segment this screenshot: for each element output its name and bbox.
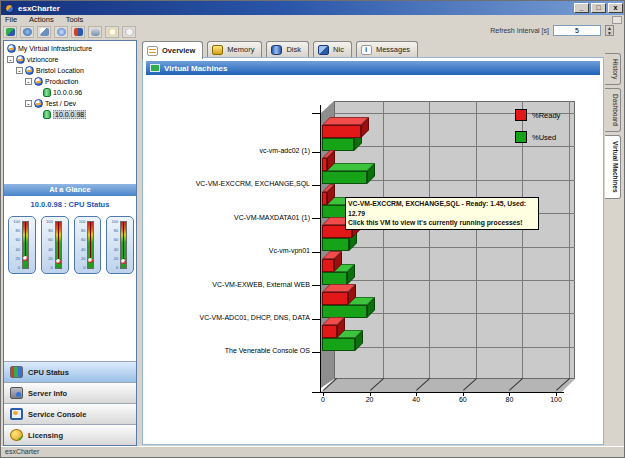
node-icon <box>34 99 43 108</box>
collapse-icon[interactable]: - <box>7 56 14 63</box>
gauge-tube <box>22 221 29 269</box>
gridline-h <box>334 347 575 348</box>
minimize-button[interactable]: _ <box>574 3 589 13</box>
tree-item-vizioncore[interactable]: - vizioncore <box>4 54 136 65</box>
collapse-icon[interactable]: - <box>25 100 32 107</box>
collapse-icon[interactable]: - <box>25 78 32 85</box>
node-icon <box>34 77 43 86</box>
y-axis <box>320 105 321 392</box>
x-tick-label: 80 <box>499 396 519 403</box>
category-label: VC-VM-ADC01, DHCP, DNS, DATA <box>161 314 310 321</box>
overview-icon <box>147 46 158 56</box>
chart-floor <box>321 379 575 392</box>
gauge-marker <box>56 259 61 264</box>
y-tick <box>312 352 320 353</box>
messages-icon <box>361 45 372 55</box>
close-button[interactable]: x <box>608 3 623 13</box>
cpu-gauge-2: 100806040200 <box>41 216 69 274</box>
tree-item-test-dev[interactable]: - Test / Dev <box>4 98 136 109</box>
host-icon <box>43 110 51 119</box>
infrastructure-icon <box>7 44 16 53</box>
edit-icon[interactable] <box>37 26 51 38</box>
y-tick <box>312 285 320 286</box>
gauge-marker <box>88 258 93 263</box>
gauge-tube <box>55 221 62 269</box>
menu-grip <box>612 16 622 24</box>
tree-item-bristol-location[interactable]: - Bristol Location <box>4 65 136 76</box>
host-icon <box>43 88 51 97</box>
y-tick <box>312 252 320 253</box>
web-icon[interactable] <box>54 26 68 38</box>
gridline-h <box>334 280 575 281</box>
licensing-icon <box>10 429 23 441</box>
tree-item-host-10-0-0-96[interactable]: 10.0.0.96 <box>4 87 136 98</box>
tree-item-production[interactable]: - Production <box>4 76 136 87</box>
refresh-icon[interactable] <box>20 26 34 38</box>
category-label: vc-vm-adc02 (1) <box>161 147 310 154</box>
chart-icon[interactable] <box>71 26 85 38</box>
infrastructure-tree: My Virtual Infrastructure - vizioncore -… <box>4 41 136 183</box>
virtual-machines-header: Virtual Machines <box>146 61 600 75</box>
nic-icon <box>318 45 329 55</box>
gridline-v <box>429 101 430 379</box>
server-info-button[interactable]: Server Info <box>4 382 136 403</box>
gridline-v <box>569 101 570 379</box>
menu-file[interactable]: File <box>5 15 17 24</box>
status-bar: esxCharter <box>1 446 625 457</box>
menu-tools[interactable]: Tools <box>66 15 84 24</box>
category-label: VC-VM-EXWEB, External WEB <box>161 281 310 288</box>
gridline-h <box>334 247 575 248</box>
bar-front-face <box>322 158 327 171</box>
maximize-button[interactable]: □ <box>591 3 606 13</box>
bar-front-face <box>322 138 354 151</box>
category-label: VC-VM-EXCCRM, EXCHANGE,SQL <box>161 180 310 187</box>
x-tick-label: 20 <box>360 396 380 403</box>
gauge-mercury-line <box>25 222 26 259</box>
gauge-scale: 100806040200 <box>11 220 20 270</box>
gauge-scale: 100806040200 <box>77 220 86 270</box>
gauge-mercury-line <box>90 222 91 261</box>
bar-front-face <box>322 238 349 251</box>
memory-icon <box>212 45 223 55</box>
vtab-history[interactable]: History <box>605 53 621 85</box>
menu-actions[interactable]: Actions <box>29 15 54 24</box>
collapse-icon[interactable]: - <box>16 67 23 74</box>
window-title: esxCharter <box>18 4 60 13</box>
cpu-status-button[interactable]: CPU Status <box>4 361 136 382</box>
bar-front-face <box>322 125 361 138</box>
tab-disk[interactable]: Disk <box>266 41 309 57</box>
licensing-button[interactable]: Licensing <box>4 424 136 445</box>
vtab-dashboard[interactable]: Dashboard <box>605 88 621 132</box>
vtab-virtual-machines[interactable]: Virtual Machines <box>605 135 621 199</box>
refresh-interval-group: Refresh Interval [s] ▲▼ <box>490 25 614 36</box>
cpu-gauges: 1008060402001008060402001008060402001008… <box>8 216 134 276</box>
tree-item-root[interactable]: My Virtual Infrastructure <box>4 43 136 54</box>
ready-swatch <box>515 109 527 121</box>
tab-memory[interactable]: Memory <box>207 41 262 57</box>
y-tick <box>312 185 320 186</box>
gauge-tube <box>87 221 94 269</box>
gauge-mercury-line <box>58 222 59 262</box>
refresh-interval-input[interactable] <box>553 25 601 36</box>
app-icon <box>5 4 14 13</box>
x-axis <box>312 392 564 393</box>
refresh-spinner[interactable]: ▲▼ <box>605 25 614 36</box>
service-console-button[interactable]: Service Console <box>4 403 136 424</box>
service-console-icon <box>10 408 23 420</box>
server-info-icon <box>10 387 23 399</box>
tab-overview[interactable]: Overview <box>142 41 203 59</box>
chart-legend: %Ready %Used <box>515 109 560 153</box>
view-icon[interactable] <box>88 26 102 38</box>
tree-item-host-10-0-0-98[interactable]: 10.0.0.98 <box>4 109 136 120</box>
schedule-icon[interactable] <box>122 26 136 38</box>
tab-nic[interactable]: Nic <box>313 41 352 57</box>
y-tick <box>312 152 320 153</box>
info-icon[interactable] <box>105 26 119 38</box>
x-tick-label: 0 <box>313 396 333 403</box>
category-label: VC-VM-MAXDATA01 (1) <box>161 214 310 221</box>
tab-messages[interactable]: Messages <box>356 41 418 57</box>
gridline-v <box>383 101 384 379</box>
disk-icon <box>271 45 282 55</box>
y-axis-top-tick <box>312 113 320 114</box>
servers-icon[interactable] <box>3 26 17 38</box>
